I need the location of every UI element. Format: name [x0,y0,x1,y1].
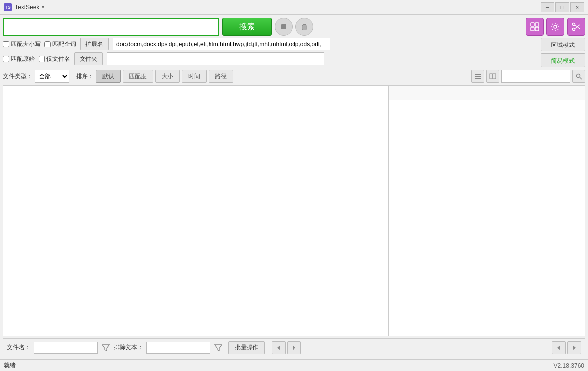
right-next-button[interactable] [567,341,581,354]
right-arrow-icon [291,345,297,351]
detail-view-icon [489,73,496,80]
bottom-bar: 文件名： 排除文本： 批量操作 [3,338,585,356]
svg-rect-19 [490,74,492,79]
titlebar: TS TextSeek ▾ ─ □ × [0,0,588,15]
right-panel-main [389,100,585,336]
batch-op-button[interactable]: 批量操作 [228,341,265,354]
options-row-1: 匹配大小写 匹配全词 扩展名 [3,38,538,50]
filename-filter-icon[interactable] [101,343,111,353]
sort-match-button[interactable]: 匹配度 [123,70,153,83]
sort-default-button[interactable]: 默认 [96,70,121,83]
search-button[interactable]: 搜索 [222,18,272,36]
svg-marker-26 [293,345,295,350]
right-panel-top [389,86,585,100]
content-search-input[interactable] [501,70,570,83]
title-dropdown-arrow[interactable]: ▾ [42,4,44,10]
stop-button[interactable] [275,18,293,36]
right-filter [471,70,585,83]
file-type-label: 文件类型： [3,72,33,81]
right-arrow-icon-2 [571,345,577,351]
split-area [3,85,585,336]
extensions-button[interactable]: 扩展名 [80,38,109,50]
folder-input[interactable] [107,52,324,65]
exclude-filter-icon[interactable] [213,343,223,353]
left-nav-buttons [272,341,301,354]
match-case-label[interactable]: 匹配大小写 [3,40,41,48]
svg-marker-23 [102,345,109,351]
svg-rect-9 [531,27,534,31]
left-arrow-icon [276,345,282,351]
options-area: 匹配大小写 匹配全词 扩展名 匹配原始 仅文件名 文件夹 [3,38,585,67]
simple-mode-button[interactable]: 简易模式 [541,53,585,67]
search-icon [576,73,582,80]
svg-point-21 [576,74,580,77]
match-case-checkbox[interactable] [3,41,9,47]
app-logo: TS [4,3,12,11]
version-text: V2.18.3760 [554,362,584,369]
match-whole-label[interactable]: 匹配全词 [44,40,76,48]
filename-label: 文件名： [7,343,31,352]
svg-rect-17 [475,76,481,77]
scissors-icon-button[interactable] [567,18,585,36]
match-original-checkbox[interactable] [3,56,9,62]
settings-icon-button[interactable] [546,18,564,36]
svg-line-22 [580,77,582,79]
app-title: TextSeek [15,4,39,11]
sort-time-button[interactable]: 时间 [182,70,207,83]
region-icon-button[interactable] [526,18,544,36]
sort-path-button[interactable]: 路径 [209,70,233,83]
left-panel [3,86,389,336]
status-bar: 就绪 V2.18.3760 [0,359,588,371]
close-button[interactable]: × [570,2,584,12]
window-controls: ─ □ × [541,2,584,12]
svg-rect-20 [493,74,496,79]
exclude-label: 排除文本： [114,343,143,352]
mode-buttons: 区域模式 简易模式 [541,38,585,67]
region-icon [530,22,540,32]
svg-rect-7 [531,23,534,26]
exclude-input[interactable] [146,342,210,354]
svg-rect-8 [535,23,539,26]
trash-icon [300,23,308,31]
svg-marker-28 [573,345,576,350]
stop-icon [280,23,288,31]
right-prev-button[interactable] [552,341,566,354]
next-page-button[interactable] [287,341,301,354]
filename-input[interactable] [34,342,98,354]
folder-button[interactable]: 文件夹 [74,52,103,65]
gear-icon [550,22,560,32]
svg-marker-25 [277,345,280,350]
funnel-icon [102,344,110,352]
svg-rect-10 [535,27,539,31]
svg-rect-0 [281,24,286,29]
titlebar-left: TS TextSeek ▾ [4,3,44,11]
view-list-button[interactable] [471,70,484,83]
content-search-button[interactable] [572,70,585,83]
search-input[interactable] [3,18,219,36]
svg-rect-1 [303,24,306,25]
view-detail-button[interactable] [486,70,499,83]
clear-button[interactable] [295,18,313,36]
sort-label: 排序： [76,72,94,81]
scissors-icon [571,22,581,32]
extensions-input[interactable] [113,38,330,50]
match-original-label[interactable]: 匹配原始 [3,55,35,63]
main-content: 搜索 [0,15,588,359]
list-view-icon [474,73,481,80]
file-only-label[interactable]: 仅文件名 [39,55,70,63]
file-type-select[interactable]: 全部 文档 图片 音频 视频 其他 [35,70,69,83]
options-row-2: 匹配原始 仅文件名 文件夹 [3,52,538,65]
region-mode-button[interactable]: 区域模式 [541,38,585,51]
filter-row: 文件类型： 全部 文档 图片 音频 视频 其他 排序： 默认 匹配度 大小 时间… [3,69,585,83]
file-only-checkbox[interactable] [39,56,45,62]
sort-size-button[interactable]: 大小 [155,70,180,83]
minimize-button[interactable]: ─ [541,2,554,12]
left-arrow-icon-2 [556,345,562,351]
match-whole-checkbox[interactable] [44,41,51,47]
svg-marker-27 [557,345,560,350]
prev-page-button[interactable] [272,341,286,354]
options-column: 匹配大小写 匹配全词 扩展名 匹配原始 仅文件名 文件夹 [3,38,538,65]
status-text: 就绪 [4,361,16,370]
restore-button[interactable]: □ [555,2,569,12]
search-row: 搜索 [3,18,585,36]
